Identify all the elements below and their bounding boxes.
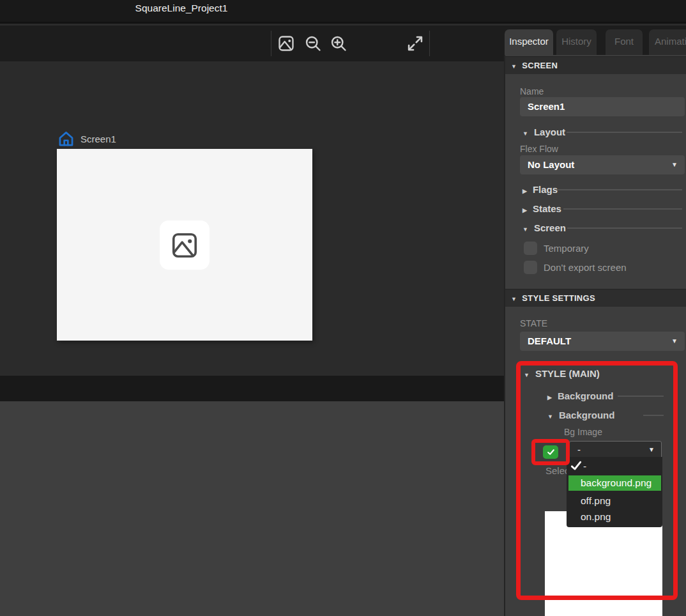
assets-panel-area xyxy=(0,401,504,616)
divider-line xyxy=(567,227,682,229)
name-label: Name xyxy=(520,86,544,96)
state-label: STATE xyxy=(520,318,547,328)
chevron-down-icon: ▼ xyxy=(648,442,655,458)
fullscreen-expand-icon[interactable] xyxy=(406,35,424,52)
tab-animation[interactable]: Animation xyxy=(649,29,686,55)
project-title: SquareLine_Project1 xyxy=(135,3,228,14)
subsection-title: Background xyxy=(558,390,614,401)
toolbar-divider xyxy=(429,31,430,56)
design-canvas[interactable] xyxy=(57,149,312,341)
collapse-down-icon: ▼ xyxy=(547,413,553,420)
section-title: SCREEN xyxy=(522,61,558,70)
tab-history[interactable]: History xyxy=(556,29,597,55)
subsection-title: Background xyxy=(559,410,615,420)
subsection-style-main[interactable]: ▼STYLE (MAIN) xyxy=(524,368,600,379)
tab-inspector[interactable]: Inspector xyxy=(505,29,553,55)
temporary-checkbox[interactable] xyxy=(524,242,537,255)
collapse-down-icon: ▼ xyxy=(524,372,530,378)
divider-line xyxy=(618,396,664,397)
temporary-label: Temporary xyxy=(544,243,589,254)
section-title: STYLE SETTINGS xyxy=(522,293,595,303)
divider-line xyxy=(563,208,682,210)
check-icon xyxy=(547,448,555,456)
option-off-png[interactable]: off.png xyxy=(568,493,660,509)
image-icon xyxy=(170,231,199,260)
collapse-right-icon: ▶ xyxy=(522,188,527,194)
subsection-title: Flags xyxy=(533,184,558,195)
toolbar-divider xyxy=(271,31,271,56)
collapse-down-icon: ▼ xyxy=(511,63,517,70)
option-background-png[interactable]: background.png xyxy=(568,475,661,491)
subsection-title: STYLE (MAIN) xyxy=(535,368,600,379)
option-none[interactable]: - xyxy=(568,459,660,474)
divider-line xyxy=(643,415,664,416)
flex-flow-label: Flex Flow xyxy=(520,144,558,154)
subsection-title: Layout xyxy=(534,127,565,137)
squareline-studio-window: SquareLine_Project1 125% ▼ xyxy=(0,0,686,616)
flex-flow-value: No Layout xyxy=(528,159,574,170)
bg-image-value: - xyxy=(577,444,581,455)
collapse-down-icon: ▼ xyxy=(522,226,528,233)
subsection-flags[interactable]: ▶Flags xyxy=(522,184,558,195)
chevron-down-icon: ▼ xyxy=(671,155,678,174)
image-mode-icon[interactable] xyxy=(277,35,295,52)
state-value: DEFAULT xyxy=(528,335,571,346)
zoom-out-icon[interactable] xyxy=(304,35,322,52)
divider-line xyxy=(556,189,682,190)
subsection-title: Screen xyxy=(534,222,566,233)
bg-image-option-list: - background.png off.png on.png xyxy=(567,457,662,527)
chevron-down-icon: ▼ xyxy=(671,332,678,351)
inspector-tabbar: Inspector History Font Animation xyxy=(504,26,686,55)
workspace: Screen1 xyxy=(0,61,504,616)
dont-export-checkbox[interactable] xyxy=(524,261,537,274)
title-bar: SquareLine_Project1 xyxy=(0,0,686,24)
bg-image-dropdown[interactable]: - ▼ xyxy=(569,441,662,459)
section-header-screen[interactable]: ▼SCREEN xyxy=(505,56,686,74)
section-header-style-settings[interactable]: ▼STYLE SETTINGS xyxy=(505,289,686,307)
subsection-background-expanded[interactable]: ▼Background xyxy=(547,410,614,420)
state-dropdown[interactable]: DEFAULT ▼ xyxy=(520,332,685,351)
name-input[interactable]: Screen1 xyxy=(520,97,685,116)
subsection-layout[interactable]: ▼Layout xyxy=(522,127,565,137)
subsection-screen[interactable]: ▼Screen xyxy=(522,222,566,233)
dont-export-label: Don't export screen xyxy=(544,262,627,273)
zoom-in-icon[interactable] xyxy=(330,35,347,52)
workspace-bottom-band xyxy=(0,376,504,401)
divider-line xyxy=(567,132,682,133)
inspector-panel: ▼SCREEN Name Screen1 ▼Layout Flex Flow N… xyxy=(504,55,686,616)
flex-flow-dropdown[interactable]: No Layout ▼ xyxy=(520,155,685,174)
subsection-background-collapsed[interactable]: ▶Background xyxy=(547,390,613,401)
screen-tag-label: Screen1 xyxy=(80,134,116,144)
bg-image-label: Bg Image xyxy=(564,427,602,437)
collapse-right-icon: ▶ xyxy=(547,394,552,401)
option-on-png[interactable]: on.png xyxy=(568,509,660,525)
check-icon xyxy=(570,459,583,472)
collapse-right-icon: ▶ xyxy=(522,207,527,213)
home-icon xyxy=(57,130,75,147)
subsection-states[interactable]: ▶States xyxy=(522,203,561,214)
bg-image-enable-checkbox[interactable] xyxy=(543,445,558,459)
tab-font[interactable]: Font xyxy=(606,29,643,55)
option-label: - xyxy=(583,461,586,472)
collapse-down-icon: ▼ xyxy=(511,296,517,302)
collapse-down-icon: ▼ xyxy=(522,130,528,137)
subsection-title: States xyxy=(533,203,561,214)
image-placeholder[interactable] xyxy=(160,220,210,270)
